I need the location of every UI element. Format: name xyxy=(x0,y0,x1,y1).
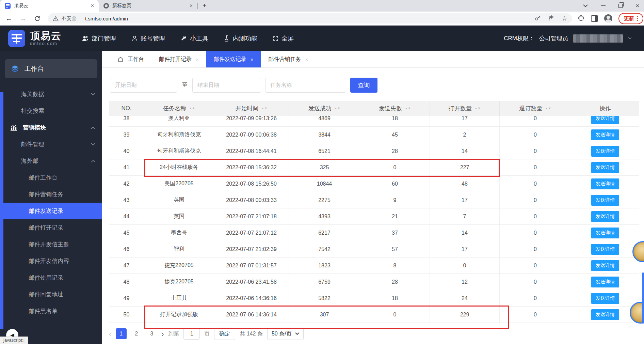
sidebar-item[interactable]: 邮件打开记录 xyxy=(0,219,102,236)
send-detail-button[interactable]: 发送详情 xyxy=(591,195,619,206)
restore-icon[interactable] xyxy=(618,4,623,8)
tab-close-icon[interactable]: × xyxy=(305,57,308,62)
tab-mail-send-records[interactable]: 邮件发送记录 × xyxy=(206,51,261,67)
share-icon[interactable] xyxy=(548,15,555,22)
screen: 顶易云 × 新标签页 × + × ← → 不安全 t.smtso.com/adm… xyxy=(0,0,644,344)
sidebar-item[interactable]: 邮件工作台 xyxy=(0,169,102,186)
col-unsub-count[interactable]: 退订数量▲▼ xyxy=(500,101,571,116)
nav-account-management[interactable]: 账号管理 xyxy=(132,34,165,43)
cell-send-success: 6759 xyxy=(289,274,360,290)
goto-confirm-button[interactable]: 确定 xyxy=(214,328,235,340)
user-caret-icon[interactable] xyxy=(628,37,632,40)
cell-task-name: 匈牙利和斯洛伐克 xyxy=(144,127,214,143)
search-button[interactable]: 查询 xyxy=(350,78,377,93)
side-panel-icon[interactable] xyxy=(591,15,598,22)
back-icon[interactable]: ← xyxy=(5,15,12,22)
sidebar-item[interactable]: 邮件营销任务 xyxy=(0,186,102,203)
tab-workbench[interactable]: 工作台 xyxy=(110,51,151,67)
nav-beta-features[interactable]: 内测功能 xyxy=(224,34,257,43)
sidebar-item[interactable]: 邮件管理 xyxy=(0,136,102,153)
sidebar-item-workbench[interactable]: 工作台 xyxy=(5,59,97,78)
page-button-2[interactable]: 2 xyxy=(131,328,142,339)
browser-tab-newtab[interactable]: 新标签页 × xyxy=(99,0,197,12)
sidebar-item[interactable]: 营销模块 xyxy=(0,119,102,136)
prev-page-icon[interactable]: ‹ xyxy=(109,330,111,338)
select-caret-icon xyxy=(295,332,299,335)
password-key-icon[interactable] xyxy=(534,15,541,22)
sidebar-item[interactable]: 海外邮 xyxy=(0,153,102,169)
cell-unsub-count: 0 xyxy=(500,307,571,323)
send-detail-button[interactable]: 发送详情 xyxy=(591,162,619,173)
cell-start-time: 2022-07-06 14:36:14 xyxy=(214,307,289,323)
next-page-icon[interactable]: › xyxy=(162,330,164,338)
col-task-name[interactable]: 任务名称▲▼ xyxy=(144,101,214,116)
col-send-success[interactable]: 发送成功▲▼ xyxy=(289,101,360,116)
app-logo[interactable] xyxy=(8,30,25,47)
start-date-input[interactable] xyxy=(110,78,177,93)
send-detail-button[interactable]: 发送详情 xyxy=(591,260,619,271)
tab-mail-marketing-tasks[interactable]: 邮件营销任务 × xyxy=(261,51,316,67)
send-detail-button[interactable]: 发送详情 xyxy=(591,293,619,304)
browser-tab-active[interactable]: 顶易云 × xyxy=(0,0,99,12)
layers-icon xyxy=(11,65,19,73)
sidebar-item[interactable]: 邮件使用记录 xyxy=(0,269,102,286)
address-bar[interactable]: 不安全 t.smtso.com/admin ☆ xyxy=(48,13,572,24)
task-name-input[interactable] xyxy=(265,78,346,93)
sidebar-item[interactable]: 社交搜索 xyxy=(0,103,102,119)
sort-icon[interactable]: ▲▼ xyxy=(189,107,195,109)
page-button-3[interactable]: 3 xyxy=(146,328,157,339)
browser-update-button[interactable]: 更新 xyxy=(618,13,643,24)
bookmark-star-icon[interactable]: ☆ xyxy=(562,15,567,22)
send-detail-button[interactable]: 发送详情 xyxy=(591,116,619,124)
end-date-input[interactable] xyxy=(192,78,261,93)
sidebar-item[interactable]: 海关数据 xyxy=(0,86,102,103)
sidebar-item[interactable]: 邮件发送记录 xyxy=(0,203,102,219)
sort-icon[interactable]: ▲▼ xyxy=(261,107,268,109)
cell-no: 50 xyxy=(109,307,144,323)
extensions-puzzle-icon[interactable] xyxy=(578,15,585,22)
tab-mail-open-records[interactable]: 邮件打开记录 × xyxy=(151,51,206,67)
tab-close-icon[interactable]: × xyxy=(190,3,193,9)
masked-username[interactable] xyxy=(573,34,623,43)
page-scrollbar-thumb[interactable] xyxy=(642,272,644,324)
col-open-count[interactable]: 打开数量▲▼ xyxy=(430,101,500,116)
tab-close-icon[interactable]: × xyxy=(251,57,254,62)
forward-icon[interactable]: → xyxy=(20,15,27,22)
sidebar-item[interactable]: 邮件回复地址 xyxy=(0,286,102,303)
col-start-time[interactable]: 开始时间▲▼ xyxy=(214,101,289,116)
profile-avatar[interactable] xyxy=(604,14,612,22)
goto-page-input[interactable] xyxy=(183,328,200,340)
sidebar-item[interactable]: 邮件开发信内容 xyxy=(0,253,102,269)
send-detail-button[interactable]: 发送详情 xyxy=(591,129,619,140)
send-detail-button[interactable]: 发送详情 xyxy=(591,277,619,287)
close-window-icon[interactable]: × xyxy=(635,2,639,10)
sort-icon[interactable]: ▲▼ xyxy=(545,107,551,109)
nav-fullscreen[interactable]: 全屏 xyxy=(273,34,294,43)
page-button-1[interactable]: 1 xyxy=(116,328,127,339)
send-detail-button[interactable]: 发送详情 xyxy=(591,244,619,255)
new-tab-button[interactable]: + xyxy=(203,2,207,10)
send-detail-button[interactable]: 发送详情 xyxy=(591,309,619,320)
sidebar-item[interactable]: 邮件开发信主题 xyxy=(0,236,102,253)
reload-icon[interactable] xyxy=(34,15,41,22)
tab-close-icon[interactable]: × xyxy=(91,3,94,9)
send-detail-button[interactable]: 发送详情 xyxy=(591,146,619,157)
nav-tools[interactable]: 小工具 xyxy=(181,34,208,43)
nav-department-management[interactable]: 部门管理 xyxy=(82,34,116,43)
send-detail-button[interactable]: 发送详情 xyxy=(591,228,619,238)
send-detail-button[interactable]: 发送详情 xyxy=(591,178,619,189)
sort-icon[interactable]: ▲▼ xyxy=(405,107,411,109)
sort-icon[interactable]: ▲▼ xyxy=(334,107,340,109)
col-actions: 操作 xyxy=(571,101,639,116)
tab-close-icon[interactable]: × xyxy=(196,57,199,62)
cell-send-fail: 60 xyxy=(360,176,430,192)
sort-icon[interactable]: ▲▼ xyxy=(474,107,481,109)
cell-send-success: 4393 xyxy=(289,208,360,224)
cell-task-name: 美国220705 xyxy=(144,176,214,192)
send-detail-button[interactable]: 发送详情 xyxy=(591,211,619,222)
sidebar-item[interactable]: 邮件黑名单 xyxy=(0,303,102,319)
col-send-fail[interactable]: 发送失败▲▼ xyxy=(360,101,430,116)
page-size-select[interactable]: 50 条/页 xyxy=(267,328,304,340)
minimize-icon[interactable] xyxy=(601,5,606,6)
tab-search-chevron-icon[interactable] xyxy=(583,4,588,7)
